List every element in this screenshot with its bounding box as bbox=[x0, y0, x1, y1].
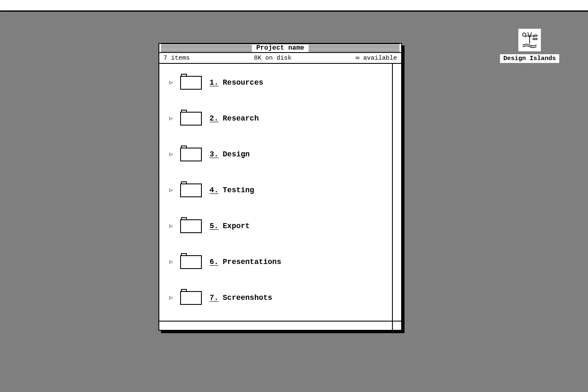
desktop-volume-label: Design Islands bbox=[500, 54, 559, 63]
folder-icon bbox=[180, 181, 202, 200]
svg-rect-6 bbox=[181, 184, 201, 197]
svg-rect-1 bbox=[534, 35, 537, 36]
folder-label: 2.Research bbox=[209, 114, 259, 123]
folder-name: Design bbox=[223, 150, 250, 158]
folder-row[interactable]: ▷3.Design bbox=[169, 144, 388, 165]
disclosure-triangle-icon[interactable]: ▷ bbox=[169, 187, 173, 193]
window-title: Project name bbox=[252, 44, 308, 52]
menu-bar[interactable] bbox=[0, 0, 588, 12]
folder-name: Presentations bbox=[223, 258, 281, 266]
folder-row[interactable]: ▷7.Screenshots bbox=[169, 287, 388, 308]
resize-handle[interactable] bbox=[392, 321, 401, 330]
finder-window: Project name 7 items 8K on disk ∞ availa… bbox=[158, 43, 402, 331]
disclosure-triangle-icon[interactable]: ▷ bbox=[169, 295, 173, 301]
disclosure-triangle-icon[interactable]: ▷ bbox=[169, 259, 173, 265]
window-status-bar: 7 items 8K on disk ∞ available bbox=[159, 53, 401, 64]
disclosure-triangle-icon[interactable]: ▷ bbox=[169, 223, 173, 229]
folder-row[interactable]: ▷1.Resources bbox=[169, 72, 388, 93]
status-available: ∞ available bbox=[356, 55, 397, 62]
svg-rect-3 bbox=[181, 76, 201, 89]
svg-rect-9 bbox=[181, 291, 201, 304]
folder-row[interactable]: ▷6.Presentations bbox=[169, 251, 388, 272]
folder-label: 3.Design bbox=[209, 150, 249, 158]
folder-label: 7.Screenshots bbox=[209, 294, 272, 302]
folder-label: 6.Presentations bbox=[209, 258, 281, 266]
folder-label: 4.Testing bbox=[209, 186, 254, 194]
folder-number: 7. bbox=[209, 294, 219, 302]
folder-number: 5. bbox=[209, 222, 219, 230]
svg-rect-2 bbox=[533, 38, 537, 40]
desktop[interactable]: Design Islands Project name 7 items 8K o… bbox=[0, 12, 588, 392]
disclosure-triangle-icon[interactable]: ▷ bbox=[169, 80, 173, 85]
svg-rect-4 bbox=[181, 112, 201, 125]
folder-label: 5.Export bbox=[209, 222, 249, 230]
folder-row[interactable]: ▷2.Research bbox=[169, 108, 388, 129]
folder-number: 6. bbox=[209, 258, 219, 266]
folder-row[interactable]: ▷4.Testing bbox=[169, 180, 388, 201]
folder-number: 3. bbox=[209, 150, 219, 158]
horizontal-scrollbar[interactable] bbox=[159, 321, 392, 330]
island-icon bbox=[518, 28, 541, 52]
folder-row[interactable]: ▷5.Export bbox=[169, 216, 388, 236]
desktop-volume[interactable]: Design Islands bbox=[505, 28, 555, 63]
folder-number: 4. bbox=[209, 186, 219, 194]
folder-name: Resources bbox=[223, 78, 263, 87]
folder-number: 1. bbox=[209, 78, 219, 87]
folder-label: 1.Resources bbox=[209, 78, 263, 87]
folder-name: Testing bbox=[223, 186, 254, 194]
status-disk-usage: 8K on disk bbox=[254, 55, 291, 62]
window-titlebar[interactable]: Project name bbox=[159, 44, 401, 53]
svg-rect-5 bbox=[181, 148, 201, 161]
disclosure-triangle-icon[interactable]: ▷ bbox=[169, 151, 173, 157]
folder-name: Export bbox=[223, 222, 250, 230]
svg-rect-7 bbox=[181, 220, 201, 233]
folder-icon bbox=[180, 109, 202, 128]
vertical-scrollbar[interactable] bbox=[392, 64, 401, 321]
folder-icon bbox=[180, 217, 202, 236]
folder-icon bbox=[180, 145, 202, 164]
folder-icon bbox=[180, 253, 202, 271]
folder-icon bbox=[180, 289, 202, 307]
folder-name: Research bbox=[223, 114, 259, 123]
disclosure-triangle-icon[interactable]: ▷ bbox=[169, 116, 173, 121]
svg-rect-8 bbox=[181, 256, 201, 269]
folder-list: ▷1.Resources▷2.Research▷3.Design▷4.Testi… bbox=[159, 64, 392, 321]
folder-icon bbox=[180, 73, 202, 92]
folder-name: Screenshots bbox=[223, 294, 272, 302]
svg-point-0 bbox=[523, 33, 526, 36]
folder-number: 2. bbox=[209, 114, 219, 123]
status-item-count: 7 items bbox=[163, 55, 190, 62]
